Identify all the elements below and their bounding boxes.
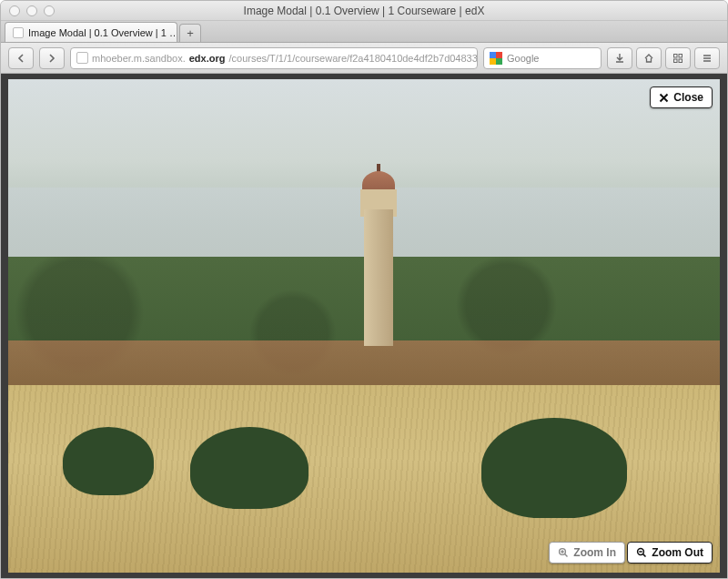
home-icon [643,53,654,64]
chevron-left-icon [16,54,25,63]
zoom-in-label: Zoom In [573,546,616,559]
minimize-window-button[interactable] [26,5,37,16]
close-window-button[interactable] [9,5,20,16]
image-modal: Close Zoom In Zoom Out [8,79,720,573]
zoom-out-button[interactable]: Zoom Out [627,542,713,564]
window-controls [1,5,55,16]
image-region-bush [190,427,308,509]
back-button[interactable] [8,47,34,69]
home-button[interactable] [636,47,662,69]
downloads-button[interactable] [607,47,632,69]
svg-rect-2 [674,59,678,63]
url-host-prefix: mhoeber.m.sandbox. [92,53,186,64]
titlebar: Image Modal | 0.1 Overview | 1 Coursewar… [1,1,727,21]
close-label: Close [673,91,703,104]
forward-button[interactable] [39,47,65,69]
close-icon [659,93,669,103]
url-host: edx.org [189,53,226,64]
fullscreen-button[interactable] [665,47,691,69]
toolbar: mhoeber.m.sandbox.edx.org/courses/T/1/1/… [1,43,727,74]
zoom-out-label: Zoom Out [652,546,703,559]
zoom-out-icon [636,547,647,558]
page-viewport: Close Zoom In Zoom Out [1,74,727,578]
search-placeholder: Google [507,53,539,64]
download-icon [614,53,625,64]
search-box[interactable]: Google [483,47,602,69]
svg-rect-0 [674,54,678,57]
image-region-bush [481,418,627,518]
plus-icon: + [187,26,194,40]
chevron-right-icon [47,54,56,63]
favicon-icon [13,27,24,38]
window-title: Image Modal | 0.1 Overview | 1 Coursewar… [1,5,727,17]
grid-icon [672,53,683,64]
menu-icon [702,53,713,64]
tab-strip: Image Modal | 0.1 Overview | 1 … + [1,21,727,43]
url-path: /courses/T/1/1/courseware/f2a4180410de4d… [228,53,478,64]
zoom-window-button[interactable] [44,5,55,16]
site-identity-icon [76,52,88,64]
tab-active[interactable]: Image Modal | 0.1 Overview | 1 … [5,22,177,42]
google-favicon-icon [490,52,502,65]
tab-label: Image Modal | 0.1 Overview | 1 … [28,27,177,38]
zoom-in-button[interactable]: Zoom In [549,542,625,564]
address-bar[interactable]: mhoeber.m.sandbox.edx.org/courses/T/1/1/… [70,47,478,69]
image-region-tower [357,173,400,346]
browser-window: Image Modal | 0.1 Overview | 1 Coursewar… [0,0,728,579]
image-region-bush [63,427,154,495]
zoom-in-icon [558,547,569,558]
svg-rect-1 [679,54,682,57]
toolbar-right [607,47,720,69]
svg-rect-3 [679,59,682,63]
new-tab-button[interactable]: + [179,24,201,42]
close-button[interactable]: Close [650,86,713,108]
menu-button[interactable] [694,47,720,69]
